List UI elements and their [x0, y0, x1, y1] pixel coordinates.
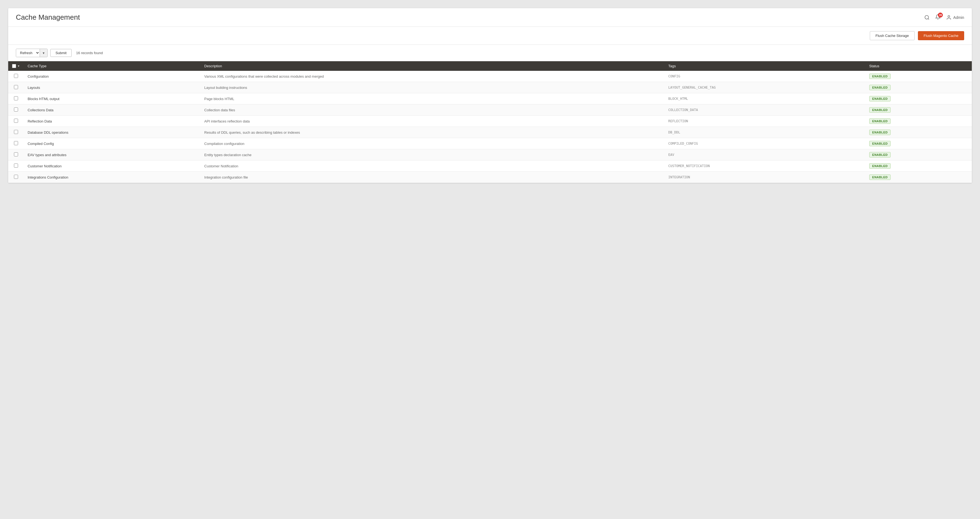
row-description: Collection data files	[200, 105, 665, 116]
row-cache-type: Integrations Configuration	[24, 172, 200, 183]
row-checkbox-3[interactable]	[14, 107, 18, 111]
submit-button[interactable]: Submit	[50, 49, 72, 57]
status-badge: ENABLED	[869, 96, 891, 102]
status-badge: ENABLED	[869, 85, 891, 90]
status-badge: ENABLED	[869, 130, 891, 135]
search-icon[interactable]	[924, 15, 930, 20]
row-cache-type: Blocks HTML output	[24, 93, 200, 105]
row-description: Page blocks HTML	[200, 93, 665, 105]
table-body: Configuration Various XML configurations…	[8, 71, 972, 183]
row-checkbox-9[interactable]	[14, 175, 18, 179]
toolbar-area: Flush Cache Storage Flush Magento Cache	[8, 27, 972, 45]
status-badge: ENABLED	[869, 107, 891, 113]
row-status: ENABLED	[865, 127, 972, 138]
header-status: Status	[865, 61, 972, 71]
header-checkbox-cell: ▼	[8, 61, 24, 71]
table-row: Customer Notification Customer Notificat…	[8, 161, 972, 172]
row-description: Results of DDL queries, such as describi…	[200, 127, 665, 138]
select-all-checkbox[interactable]	[12, 64, 16, 68]
table-row: Collections Data Collection data files C…	[8, 105, 972, 116]
status-badge: ENABLED	[869, 174, 891, 180]
row-tags: INTEGRATION	[665, 172, 865, 183]
status-badge: ENABLED	[869, 163, 891, 169]
row-status: ENABLED	[865, 161, 972, 172]
user-menu[interactable]: Admin	[946, 15, 964, 20]
row-status: ENABLED	[865, 116, 972, 127]
row-checkbox-cell	[8, 172, 24, 183]
select-all-dropdown[interactable]: ▼	[17, 65, 20, 68]
user-name: Admin	[953, 15, 964, 20]
page-wrapper: Cache Management 39 Adm	[0, 0, 980, 519]
row-description: Integration configuration file	[200, 172, 665, 183]
row-checkbox-cell	[8, 138, 24, 149]
flush-magento-cache-button[interactable]: Flush Magento Cache	[918, 31, 964, 40]
svg-point-0	[925, 15, 929, 19]
header-tags: Tags	[665, 61, 865, 71]
table-row: Compiled Config Compilation configuratio…	[8, 138, 972, 149]
row-checkbox-cell	[8, 149, 24, 161]
row-checkbox-1[interactable]	[14, 85, 18, 89]
row-status: ENABLED	[865, 82, 972, 93]
table-row: Reflection Data API interfaces reflectio…	[8, 116, 972, 127]
action-select-wrapper[interactable]: Refresh Enable Disable ▼	[16, 49, 48, 57]
table-row: Layouts Layout building instructions LAY…	[8, 82, 972, 93]
status-badge: ENABLED	[869, 118, 891, 124]
status-badge: ENABLED	[869, 152, 891, 158]
notification-button[interactable]: 39	[935, 14, 940, 21]
table-row: Integrations Configuration Integration c…	[8, 172, 972, 183]
row-description: Various XML configurations that were col…	[200, 71, 665, 82]
main-card: Cache Management 39 Adm	[8, 8, 972, 183]
row-cache-type: Layouts	[24, 82, 200, 93]
status-badge: ENABLED	[869, 73, 891, 79]
row-cache-type: Collections Data	[24, 105, 200, 116]
table-row: Database DDL operations Results of DDL q…	[8, 127, 972, 138]
row-checkbox-cell	[8, 127, 24, 138]
row-description: Layout building instructions	[200, 82, 665, 93]
row-checkbox-cell	[8, 105, 24, 116]
row-status: ENABLED	[865, 71, 972, 82]
row-status: ENABLED	[865, 149, 972, 161]
row-cache-type: Customer Notification	[24, 161, 200, 172]
header-actions: 39 Admin	[924, 14, 964, 21]
row-tags: COLLECTION_DATA	[665, 105, 865, 116]
table-row: Blocks HTML output Page blocks HTML BLOC…	[8, 93, 972, 105]
row-status: ENABLED	[865, 93, 972, 105]
user-icon	[946, 15, 951, 20]
flush-cache-storage-button[interactable]: Flush Cache Storage	[870, 31, 915, 40]
table-row: EAV types and attributes Entity types de…	[8, 149, 972, 161]
row-checkbox-8[interactable]	[14, 164, 18, 168]
page-title: Cache Management	[16, 13, 80, 22]
action-select[interactable]: Refresh Enable Disable	[16, 49, 40, 57]
status-badge: ENABLED	[869, 141, 891, 146]
table-header-row: ▼ Cache Type Description Tags Status	[8, 61, 972, 71]
row-checkbox-cell	[8, 161, 24, 172]
notification-badge: 39	[938, 13, 943, 18]
row-checkbox-7[interactable]	[14, 152, 18, 156]
header-description: Description	[200, 61, 665, 71]
row-cache-type: EAV types and attributes	[24, 149, 200, 161]
row-cache-type: Database DDL operations	[24, 127, 200, 138]
row-tags: DB_DDL	[665, 127, 865, 138]
row-checkbox-cell	[8, 93, 24, 105]
row-checkbox-5[interactable]	[14, 130, 18, 134]
row-checkbox-0[interactable]	[14, 74, 18, 78]
records-count: 16 records found	[76, 51, 103, 55]
row-description: Entity types declaration cache	[200, 149, 665, 161]
row-tags: REFLECTION	[665, 116, 865, 127]
row-checkbox-4[interactable]	[14, 119, 18, 123]
row-checkbox-cell	[8, 71, 24, 82]
header-cache-type: Cache Type	[24, 61, 200, 71]
row-status: ENABLED	[865, 105, 972, 116]
row-status: ENABLED	[865, 172, 972, 183]
row-status: ENABLED	[865, 138, 972, 149]
row-tags: EAV	[665, 149, 865, 161]
action-bar: Refresh Enable Disable ▼ Submit 16 recor…	[8, 45, 972, 61]
page-header: Cache Management 39 Adm	[8, 8, 972, 27]
row-checkbox-2[interactable]	[14, 96, 18, 100]
row-cache-type: Compiled Config	[24, 138, 200, 149]
row-tags: BLOCK_HTML	[665, 93, 865, 105]
row-checkbox-6[interactable]	[14, 141, 18, 145]
svg-point-2	[948, 15, 950, 17]
row-description: API interfaces reflection data	[200, 116, 665, 127]
action-dropdown-arrow[interactable]: ▼	[40, 49, 47, 57]
